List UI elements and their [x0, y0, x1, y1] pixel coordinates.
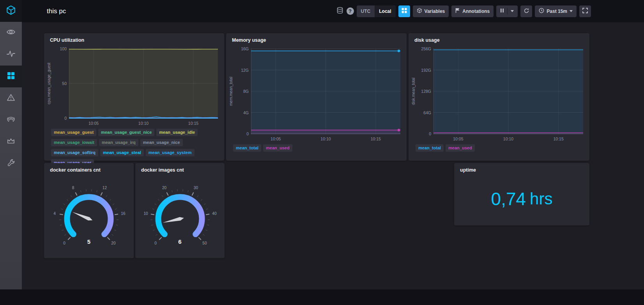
panel-uptime: uptime 0,74 hrs	[454, 163, 589, 225]
divider	[507, 8, 508, 14]
axis-tick-label: 128G	[414, 89, 431, 94]
sidebar-item-host-list[interactable]	[0, 22, 22, 44]
panel-title[interactable]: uptime	[454, 163, 589, 174]
cpu-chart-plot[interactable]: cpu.mean_usage_guest 05010010:0510:1010:…	[69, 48, 218, 119]
panel-title[interactable]: Memory usage	[226, 33, 407, 44]
legend-item[interactable]: mean_total	[233, 144, 261, 152]
page-header: this pc ? UTC Local Variables Annotation…	[22, 0, 644, 22]
annotations-button[interactable]: Annotations	[451, 5, 494, 17]
containers-gauge[interactable]: 048121620	[44, 184, 134, 250]
images-gauge[interactable]: 01020304050	[135, 184, 225, 250]
sidebar-item-dashboards[interactable]	[0, 66, 22, 87]
hands-icon	[6, 115, 16, 126]
panel-title[interactable]: docker containers cnt	[44, 163, 134, 174]
stat-unit: hrs	[530, 190, 552, 208]
timezone-toggle: UTC Local	[357, 5, 396, 17]
caret-down-icon	[511, 10, 514, 12]
caret-down-icon	[570, 10, 573, 12]
stat-value: 0,74	[491, 188, 526, 209]
legend-item[interactable]: mean_total	[416, 144, 444, 152]
chronograf-logo-icon	[6, 5, 16, 17]
refresh-button[interactable]	[520, 5, 532, 17]
sidebar-item-configuration[interactable]	[0, 153, 22, 175]
legend-item[interactable]: mean_usage_irq	[99, 139, 138, 146]
pause-refresh-dropdown-button[interactable]	[496, 5, 518, 17]
panel-title[interactable]: CPU utilization	[44, 33, 224, 44]
legend-item[interactable]: mean_usage_iowait	[51, 139, 97, 146]
legend-item[interactable]: mean_usage_idle	[156, 129, 198, 136]
time-range-label: Past 15m	[547, 9, 567, 14]
refresh-icon	[524, 8, 529, 15]
sidebar-item-logo[interactable]	[0, 0, 22, 22]
alert-triangle-icon	[7, 93, 15, 103]
cube-icon	[417, 8, 422, 14]
gauge-tick-label: 10	[143, 211, 148, 216]
legend-item[interactable]: mean_usage_system	[146, 149, 195, 156]
dashboard-title[interactable]: this pc	[47, 7, 66, 15]
axis-tick-label: 16G	[232, 46, 249, 51]
grid-add-icon	[401, 7, 407, 15]
axis-tick-label: 100	[50, 46, 67, 51]
uptime-stat: 0,74 hrs	[454, 174, 589, 223]
gauge-tick-label: 0	[154, 241, 157, 245]
disk-legend: mean_totalmean_used	[409, 134, 589, 158]
legend-item[interactable]: mean_usage_softirq	[51, 149, 98, 156]
gauge-tick-label: 40	[212, 211, 217, 216]
axis-tick-label: 50	[50, 81, 67, 86]
pulse-graph-icon	[6, 49, 16, 60]
clock-icon	[539, 8, 544, 14]
legend-item[interactable]: mean_usage_guest	[51, 129, 96, 136]
question-mark-icon: ?	[349, 8, 352, 14]
gauge-tick-label: 20	[162, 186, 167, 190]
y-axis-label: mem.mean_total	[228, 48, 233, 134]
sidebar-item-admin-chronograf[interactable]	[0, 131, 22, 153]
annotations-label: Annotations	[462, 9, 490, 14]
disk-chart-plot[interactable]: disk.mean_total 064G128G192G256G10:0510:…	[433, 48, 583, 134]
axis-tick-label: 64G	[414, 110, 431, 115]
variables-button[interactable]: Variables	[413, 5, 449, 17]
panel-title[interactable]: disk usage	[409, 33, 589, 44]
axis-tick-label: 8G	[232, 89, 249, 94]
legend-item[interactable]: mean_used	[446, 144, 475, 152]
dashboard-grid: CPU utilization cpu.mean_usage_guest 050…	[22, 22, 644, 289]
axis-tick-label: 192G	[414, 68, 431, 73]
gauge-tick-label: 12	[103, 186, 107, 190]
crown-icon	[7, 137, 15, 147]
local-toggle-button[interactable]: Local	[375, 5, 395, 17]
sidebar-item-data-explorer[interactable]	[0, 44, 22, 66]
gauge-tick-label: 50	[202, 241, 207, 245]
axis-tick-label: 256G	[414, 46, 431, 51]
sidebar-item-admin-influxdb[interactable]	[0, 109, 22, 131]
y-axis-label: disk.mean_total	[411, 48, 416, 134]
legend-item[interactable]: mean_usage_nice	[140, 139, 183, 146]
y-axis-label: cpu.mean_usage_guest	[46, 48, 51, 119]
utc-toggle-button[interactable]: UTC	[357, 5, 375, 17]
wrench-icon	[7, 159, 15, 169]
gauge-tick-label: 30	[193, 186, 198, 190]
sidebar-item-alerting[interactable]	[0, 87, 22, 109]
sources-button[interactable]	[336, 7, 344, 16]
legend-item[interactable]: mean_used	[263, 144, 292, 152]
fullscreen-button[interactable]	[579, 5, 591, 17]
legend-item[interactable]: mean_usage_steal	[100, 149, 144, 156]
variables-label: Variables	[425, 9, 445, 14]
legend-item[interactable]: mean_usage_guest_nice	[98, 129, 154, 136]
panel-memory-usage: Memory usage mem.mean_total 04G8G12G16G1…	[226, 33, 407, 161]
panel-title[interactable]: docker images cnt	[135, 163, 225, 174]
panel-disk-usage: disk usage disk.mean_total 064G128G192G2…	[409, 33, 589, 161]
memory-legend: mean_totalmean_used	[226, 134, 407, 158]
flag-icon	[455, 8, 460, 14]
memory-chart-plot[interactable]: mem.mean_total 04G8G12G16G10:0510:1010:1…	[251, 48, 400, 134]
eye-icon	[6, 27, 16, 38]
fullscreen-icon	[582, 7, 588, 15]
help-button[interactable]: ?	[347, 7, 354, 15]
sidebar	[0, 0, 22, 289]
gauge-tick-label: 0	[63, 241, 65, 245]
time-range-dropdown-button[interactable]: Past 15m	[535, 5, 577, 17]
axis-tick-label: 12G	[232, 68, 249, 73]
cell-layout-button[interactable]	[398, 5, 410, 17]
dashboards-grid-icon	[7, 71, 15, 82]
axis-tick-label: 4G	[232, 110, 249, 115]
gauge-tick-label: 16	[121, 211, 126, 216]
pause-icon	[500, 8, 504, 14]
